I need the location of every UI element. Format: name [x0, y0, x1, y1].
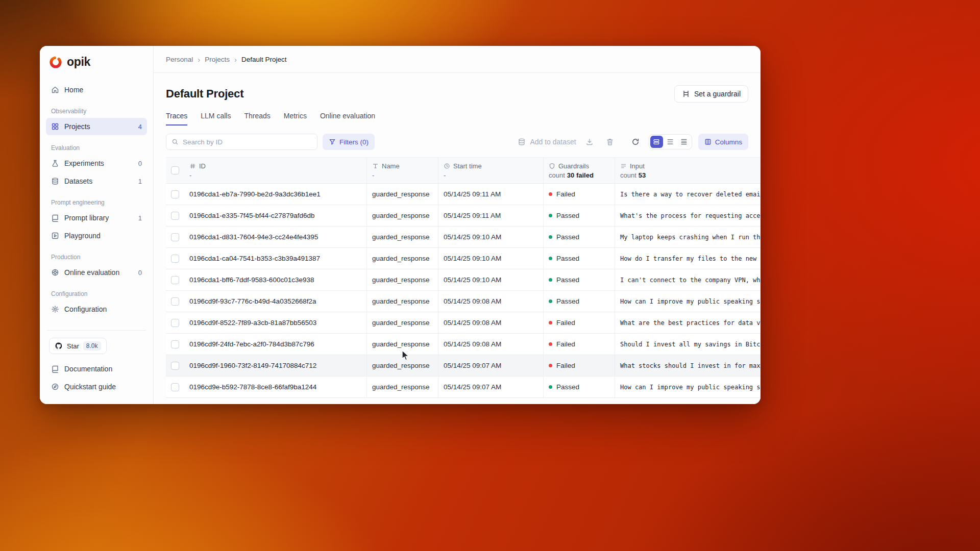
sidebar-item-home[interactable]: Home: [46, 81, 147, 98]
trace-name: guarded_response: [367, 248, 438, 269]
table-row[interactable]: 0196cd9e-b592-7878-8ce8-66faf9ba1244 gua…: [166, 377, 761, 398]
row-checkbox[interactable]: [171, 383, 179, 391]
trace-id-link[interactable]: 0196cda1-ca04-7541-b353-c3b39a491387: [189, 255, 320, 262]
trace-id-link[interactable]: 0196cda1-e335-7f45-bf44-c27879afd6db: [189, 212, 314, 219]
trace-id-cell: 0196cd9f-24fd-7ebc-a2f0-784d3b87c796: [184, 334, 367, 355]
sidebar-item-experiments[interactable]: Experiments 0: [46, 155, 147, 172]
sidebar-item-datasets[interactable]: Datasets 1: [46, 172, 147, 190]
gear-icon: [51, 305, 59, 313]
tab-traces[interactable]: Traces: [166, 112, 187, 126]
guardrail-status-label: Passed: [556, 255, 579, 262]
trace-name: guarded_response: [367, 291, 438, 312]
sidebar-item-playground[interactable]: Playground: [46, 227, 147, 244]
row-checkbox[interactable]: [171, 362, 179, 370]
table-row[interactable]: 0196cda1-ca04-7541-b353-c3b39a491387 gua…: [166, 248, 761, 269]
row-height-medium-button[interactable]: [664, 136, 677, 148]
table-row[interactable]: 0196cd9f-1960-73f2-8149-74170884c712 gua…: [166, 355, 761, 377]
guardrail-status-dot: [549, 257, 552, 260]
filters-button[interactable]: Filters (0): [323, 134, 375, 150]
trace-id-link[interactable]: 0196cd9f-93c7-776c-b49d-4a0352668f2a: [189, 297, 316, 305]
trace-id-cell: 0196cda1-e335-7f45-bf44-c27879afd6db: [184, 205, 367, 226]
delete-button[interactable]: [603, 135, 617, 149]
row-checkbox[interactable]: [171, 233, 179, 241]
github-star-button[interactable]: Star 8.0k: [49, 338, 107, 354]
sidebar-item-configuration[interactable]: Configuration: [46, 300, 147, 318]
guardrail-status-dot: [549, 278, 552, 282]
filter-icon: [329, 138, 336, 145]
tab-online-evaluation[interactable]: Online evaluation: [320, 112, 375, 126]
tab-llm-calls[interactable]: LLM calls: [201, 112, 231, 126]
sidebar-item-projects[interactable]: Projects 4: [46, 118, 147, 135]
trace-start-time: 05/14/25 09:11 AM: [438, 184, 544, 205]
search-icon: [172, 138, 179, 145]
trace-id-link[interactable]: 0196cda1-d831-7604-94e3-cc24e4fe4395: [189, 233, 318, 241]
row-checkbox[interactable]: [171, 276, 179, 284]
breadcrumb-projects[interactable]: Projects: [205, 56, 230, 63]
tab-threads[interactable]: Threads: [244, 112, 270, 126]
guardrail-status-label: Failed: [556, 362, 575, 369]
trace-id-link[interactable]: 0196cd9f-8522-7f89-a3cb-81a87bb56503: [189, 319, 316, 327]
column-header-id[interactable]: ID -: [184, 158, 367, 183]
table-row[interactable]: 0196cda1-eb7a-7990-be2d-9a3dc36b1ee1 gua…: [166, 184, 761, 205]
trace-name: guarded_response: [367, 184, 438, 205]
refresh-button[interactable]: [628, 135, 643, 149]
row-checkbox-cell: [166, 184, 184, 205]
sidebar-item-online-evaluation[interactable]: Online evaluation 0: [46, 264, 147, 281]
column-header-guardrails[interactable]: Guardrails count30 failed: [544, 158, 615, 183]
set-guardrail-button[interactable]: Set a guardrail: [674, 85, 748, 103]
row-checkbox[interactable]: [171, 319, 179, 327]
main-area: Personal › Projects › Default Project De…: [154, 46, 761, 404]
sidebar-item-quickstart-guide[interactable]: Quickstart guide: [46, 378, 147, 395]
row-height-small-button[interactable]: [678, 136, 691, 148]
column-header-start-time[interactable]: Start time -: [438, 158, 544, 183]
trace-start-time: 05/14/25 09:07 AM: [438, 355, 544, 376]
row-checkbox-cell: [166, 312, 184, 333]
column-header-input[interactable]: Input count53: [615, 158, 761, 183]
breadcrumb-personal[interactable]: Personal: [166, 56, 193, 63]
table-row[interactable]: 0196cda1-d831-7604-94e3-cc24e4fe4395 gua…: [166, 227, 761, 248]
column-header-name[interactable]: Name -: [367, 158, 438, 183]
flask-icon: [51, 159, 59, 167]
trace-id-link[interactable]: 0196cda1-eb7a-7990-be2d-9a3dc36b1ee1: [189, 190, 321, 198]
table-row[interactable]: 0196cda1-bff6-7ddf-9583-600c01c3e938 gua…: [166, 269, 761, 291]
row-checkbox[interactable]: [171, 255, 179, 263]
guardrail-status-dot: [549, 235, 552, 239]
book-icon: [51, 214, 59, 222]
sidebar-item-prompt-library[interactable]: Prompt library 1: [46, 209, 147, 227]
guardrail-status-dot: [549, 192, 552, 196]
compass-icon: [51, 383, 59, 391]
table-row[interactable]: 0196cd9f-93c7-776c-b49d-4a0352668f2a gua…: [166, 291, 761, 312]
sidebar-item-documentation[interactable]: Documentation: [46, 360, 147, 378]
guardrail-status-cell: Passed: [544, 269, 615, 290]
trace-id-link[interactable]: 0196cda1-bff6-7ddf-9583-600c01c3e938: [189, 276, 314, 284]
refresh-icon: [631, 138, 640, 146]
trace-id-cell: 0196cd9e-b592-7878-8ce8-66faf9ba1244: [184, 377, 367, 397]
row-checkbox[interactable]: [171, 212, 179, 220]
row-checkbox[interactable]: [171, 340, 179, 348]
sidebar-item-label: Playground: [64, 232, 101, 240]
table-row[interactable]: 0196cda1-e335-7f45-bf44-c27879afd6db gua…: [166, 205, 761, 227]
opik-logo[interactable]: opik: [46, 54, 147, 69]
sidebar-item-count: 1: [138, 214, 142, 222]
table-row[interactable]: 0196cd9f-24fd-7ebc-a2f0-784d3b87c796 gua…: [166, 334, 761, 355]
row-checkbox[interactable]: [171, 190, 179, 198]
row-checkbox-cell: [166, 227, 184, 247]
row-checkbox[interactable]: [171, 297, 179, 306]
trace-input: How can I improve my public speaking ski…: [615, 291, 761, 312]
page-content: Default Project Set a guardrail Traces L…: [154, 73, 761, 404]
trace-id-link[interactable]: 0196cd9f-1960-73f2-8149-74170884c712: [189, 362, 316, 369]
select-all-checkbox[interactable]: [171, 166, 179, 174]
trace-id-cell: 0196cd9f-1960-73f2-8149-74170884c712: [184, 355, 367, 376]
table-body: 0196cda1-eb7a-7990-be2d-9a3dc36b1ee1 gua…: [166, 184, 761, 398]
trace-id-link[interactable]: 0196cd9f-24fd-7ebc-a2f0-784d3b87c796: [189, 340, 314, 348]
table-row[interactable]: 0196cd9f-8522-7f89-a3cb-81a87bb56503 gua…: [166, 312, 761, 334]
columns-button[interactable]: Columns: [698, 134, 748, 150]
add-to-dataset-button[interactable]: Add to dataset: [518, 138, 576, 146]
row-height-large-button[interactable]: [650, 136, 663, 148]
export-button[interactable]: [582, 135, 597, 149]
trace-input: I can't connect to the company VPN, what…: [615, 269, 761, 290]
trace-id-link[interactable]: 0196cd9e-b592-7878-8ce8-66faf9ba1244: [189, 383, 316, 391]
tab-metrics[interactable]: Metrics: [284, 112, 307, 126]
search-input[interactable]: [183, 138, 312, 146]
sidebar-item-count: 1: [138, 178, 142, 185]
